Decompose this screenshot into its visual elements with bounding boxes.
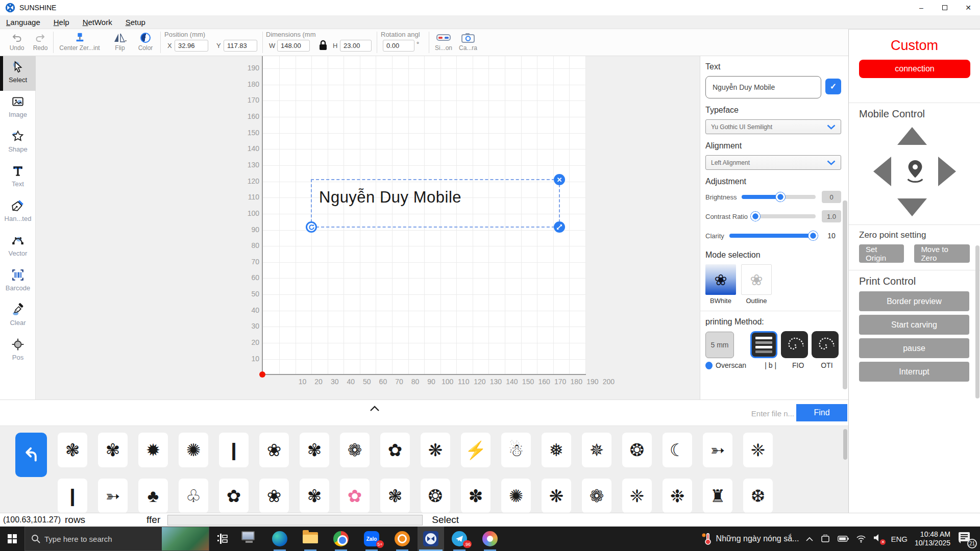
gallery-thumbnail[interactable]: ❀ (259, 479, 289, 513)
gallery-thumbnail[interactable]: ❈ (743, 433, 773, 467)
clarity-slider[interactable] (729, 234, 816, 238)
gallery-thumbnail[interactable]: ❉ (663, 479, 692, 513)
news-widget-chip[interactable]: Những ngày nóng sắ... (701, 532, 799, 545)
sidebar-item-image[interactable]: Image (0, 91, 36, 126)
gallery-thumbnail[interactable]: ✾ (300, 479, 329, 513)
gallery-thumbnail[interactable]: ✺ (179, 433, 208, 467)
gallery-thumbnail[interactable]: ➳ (703, 433, 732, 467)
gallery-thumbnail[interactable]: ✿ (219, 479, 249, 513)
gallery-thumbnail[interactable]: ❆ (743, 479, 773, 513)
gallery-thumbnail[interactable]: ⚡ (461, 433, 491, 467)
taskbar-app-chrome[interactable] (326, 527, 356, 551)
lock-icon[interactable] (318, 39, 328, 52)
sidebar-item-select[interactable]: Select (0, 56, 36, 91)
pause-button[interactable]: pause (859, 338, 969, 358)
border-preview-button[interactable]: Border preview (859, 291, 969, 311)
taskbar-app-pc[interactable] (234, 527, 264, 551)
text-content-input[interactable] (705, 76, 821, 98)
delete-handle[interactable]: ✕ (554, 174, 565, 185)
taskbar-app-zalo[interactable]: Zalo 5+ (356, 527, 387, 551)
gallery-thumbnail[interactable]: ❃ (58, 433, 87, 467)
overscan-radio[interactable] (705, 362, 713, 369)
canvas-area[interactable]: 1901801701601501401301201101009080706050… (36, 56, 700, 399)
battery-icon[interactable] (838, 536, 849, 542)
gallery-thumbnail[interactable]: ❃ (380, 479, 410, 513)
menu-item[interactable]: Help (54, 18, 69, 27)
gallery-thumbnail[interactable]: ❙ (58, 479, 87, 513)
gallery-thumbnail[interactable]: ✿ (380, 433, 410, 467)
rotate-handle[interactable] (306, 221, 317, 233)
undo-button[interactable]: Undo (4, 31, 30, 52)
jog-right-button[interactable] (938, 157, 956, 186)
gallery-thumbnail[interactable]: ♜ (703, 479, 732, 513)
rotation-input[interactable] (383, 40, 414, 52)
gallery-thumbnail[interactable]: ✵ (582, 433, 611, 467)
news-widget-image[interactable] (162, 527, 209, 550)
resize-handle[interactable] (554, 221, 565, 233)
height-input[interactable] (340, 40, 372, 52)
gallery-back-button[interactable] (15, 433, 47, 477)
volume-muted-icon[interactable]: ✕ (873, 534, 884, 544)
gallery-thumbnail[interactable]: ❙ (219, 433, 249, 467)
gallery-scrollbar[interactable] (843, 429, 847, 460)
camera-button[interactable]: Ca...ra (455, 31, 481, 52)
interrupt-button[interactable]: Interrupt (859, 362, 969, 382)
find-button[interactable]: Find (796, 404, 847, 421)
overscan-distance-button[interactable]: 5 mm (705, 332, 734, 358)
menu-item[interactable]: Language (6, 18, 40, 27)
task-view-button[interactable] (211, 527, 234, 551)
gallery-thumbnail[interactable]: ✾ (98, 433, 128, 467)
collapse-chevron-icon[interactable] (369, 405, 380, 412)
method-oti-button[interactable] (812, 331, 839, 358)
sidebar-item-shape[interactable]: Shape (0, 126, 36, 160)
contrast-slider[interactable] (753, 214, 816, 218)
taskbar-app-explorer[interactable] (295, 527, 326, 551)
panel-scrollbar[interactable] (843, 201, 847, 389)
sidebar-item-pos[interactable]: Pos (0, 334, 36, 368)
gallery-thumbnail[interactable]: ❂ (421, 479, 450, 513)
window-scrollbar[interactable] (975, 245, 979, 398)
position-y-input[interactable] (224, 40, 257, 52)
sidebar-item-handwritten[interactable]: Han...ted (0, 195, 36, 230)
brightness-slider-thumb[interactable] (775, 192, 786, 202)
mode-outline-thumbnail[interactable]: ❀ (741, 264, 772, 295)
taskbar-app-edge[interactable] (264, 527, 295, 551)
menu-item[interactable]: NetWork (83, 18, 112, 27)
gallery-thumbnail[interactable]: ✹ (138, 433, 168, 467)
minimize-button[interactable]: – (910, 0, 933, 15)
gallery-thumbnail[interactable]: ❅ (542, 433, 571, 467)
jog-up-button[interactable] (897, 127, 927, 145)
start-carving-button[interactable]: Start carving (859, 315, 969, 335)
alignment-dropdown[interactable]: Left Alignment (705, 155, 841, 170)
location-pin-icon[interactable] (903, 158, 927, 184)
gallery-thumbnail[interactable]: ❋ (421, 433, 450, 467)
tray-device-icon[interactable] (820, 535, 830, 543)
gallery-thumbnail[interactable]: ❀ (259, 433, 289, 467)
notification-center[interactable]: 21 (958, 531, 975, 546)
gallery-thumbnail[interactable]: ❁ (582, 479, 611, 513)
brightness-slider[interactable] (742, 195, 816, 199)
tray-chevron-up-icon[interactable] (806, 537, 813, 541)
gallery-thumbnail[interactable]: ☾ (663, 433, 692, 467)
selection-box[interactable]: Nguyễn Duy Mobile ✕ (311, 179, 560, 228)
menu-item[interactable]: Setup (126, 18, 145, 27)
language-indicator[interactable]: ENG (891, 535, 908, 543)
width-input[interactable] (277, 40, 310, 52)
taskbar-app-telegram[interactable]: .96 (444, 527, 475, 551)
taskbar-app-sunshine-active[interactable] (418, 527, 444, 551)
sidebar-item-clear[interactable]: Clear (0, 299, 36, 334)
center-zero-button[interactable]: Center Zer...int (55, 31, 104, 52)
color-button[interactable]: Color (133, 31, 158, 52)
sidebar-item-barcode[interactable]: Barcode (0, 264, 36, 299)
gallery-thumbnail[interactable]: ❈ (622, 479, 652, 513)
status-input[interactable] (167, 515, 423, 525)
jog-left-button[interactable] (873, 157, 891, 186)
gallery-thumbnail[interactable]: ❋ (542, 479, 571, 513)
taskbar-app-security[interactable] (387, 527, 418, 551)
canvas-text-object[interactable]: Nguyễn Duy Mobile (319, 188, 461, 207)
taskbar-app-paint[interactable] (475, 527, 505, 551)
simulation-button[interactable]: Si...on (431, 31, 456, 52)
file-search-input[interactable] (713, 405, 794, 421)
close-button[interactable]: ✕ (957, 0, 980, 15)
mode-bwhite-thumbnail[interactable]: ❀ (705, 264, 736, 295)
